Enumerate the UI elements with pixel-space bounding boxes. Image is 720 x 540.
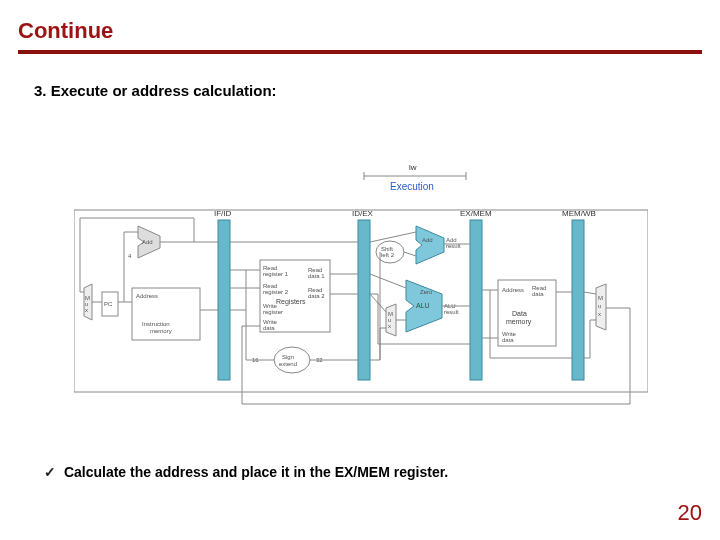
svg-rect-7: [572, 220, 584, 380]
stage-mem-wb: MEM/WB: [562, 209, 596, 218]
dmem-addr: Address: [502, 287, 524, 293]
stage-ex-mem: EX/MEM: [460, 209, 492, 218]
section-heading: 3. Execute or address calculation:: [0, 54, 720, 99]
registers: Registers: [276, 298, 306, 306]
svg-text:memory: memory: [506, 318, 532, 326]
svg-text:data: data: [263, 325, 275, 331]
svg-text:register 1: register 1: [263, 271, 289, 277]
add: Add: [142, 239, 153, 245]
svg-text:data: data: [502, 337, 514, 343]
page-title: Continue: [0, 0, 720, 50]
svg-text:x: x: [388, 323, 391, 329]
phase-label: Execution: [390, 181, 434, 192]
svg-text:x: x: [85, 307, 88, 313]
svg-rect-4: [218, 220, 230, 380]
svg-line-43: [370, 232, 416, 242]
alu: ALU: [416, 302, 430, 309]
svg-text:memory: memory: [150, 328, 172, 334]
svg-line-68: [584, 292, 596, 294]
pipeline-diagram: lw Execution IF/ID ID/EX EX/MEM MEM/WB M…: [74, 160, 648, 400]
svg-text:extend: extend: [279, 361, 297, 367]
svg-text:x: x: [598, 311, 601, 317]
signext: Sign: [282, 354, 294, 360]
stage-if-id: IF/ID: [214, 209, 232, 218]
svg-text:result: result: [444, 309, 459, 315]
svg-text:data 2: data 2: [308, 293, 325, 299]
lw-label: lw: [409, 163, 417, 172]
wb-mux: M: [598, 295, 603, 301]
svg-text:register 2: register 2: [263, 289, 289, 295]
svg-text:register: register: [263, 309, 283, 315]
bullet-text: Calculate the address and place it in th…: [64, 464, 448, 480]
svg-line-48: [404, 252, 416, 256]
dmem: Data: [512, 310, 527, 317]
bullet-line: ✓ Calculate the address and place it in …: [44, 464, 448, 480]
svg-text:left 2: left 2: [381, 252, 395, 258]
svg-rect-6: [470, 220, 482, 380]
zero: Zero: [420, 289, 433, 295]
four: 4: [128, 253, 132, 259]
svg-text:data 1: data 1: [308, 273, 325, 279]
page-number: 20: [678, 500, 702, 526]
check-icon: ✓: [44, 464, 60, 480]
pc: PC: [104, 301, 113, 307]
stage-id-ex: ID/EX: [352, 209, 374, 218]
svg-rect-5: [358, 220, 370, 380]
svg-line-49: [370, 274, 406, 288]
svg-point-26: [274, 347, 310, 373]
add2: Add: [422, 237, 433, 243]
svg-text:data: data: [532, 291, 544, 297]
imem: Instruction: [142, 321, 170, 327]
imem-addr: Address: [136, 293, 158, 299]
svg-text:u: u: [598, 303, 601, 309]
